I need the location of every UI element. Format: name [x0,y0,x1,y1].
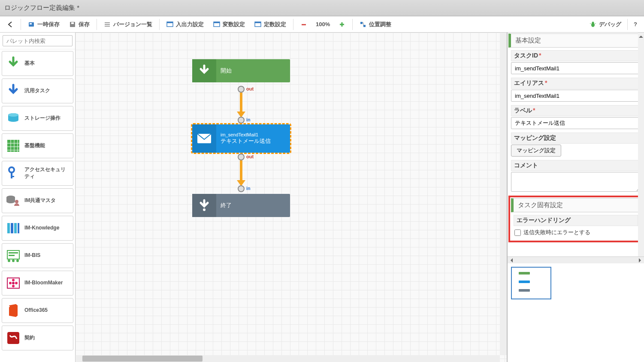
svg-point-47 [12,282,15,284]
debug-button[interactable]: デバッグ [585,18,626,31]
palette-item-platform[interactable]: 基盤機能 [2,133,73,158]
var-settings-button[interactable]: 変数設定 [209,18,249,31]
field-label: ラベル* [508,103,644,131]
flow-node-start[interactable]: 開始 [192,59,290,82]
align-button[interactable]: 位置調整 [355,18,396,31]
temp-save-label: 一時保存 [37,21,60,28]
office-icon [6,303,21,318]
port-out[interactable] [238,86,245,93]
port-in[interactable] [238,185,245,192]
palette-item-label: Office365 [24,307,48,314]
svg-rect-38 [14,223,17,233]
palette-item-im-bloommaker[interactable]: IM-BloomMaker [2,271,73,296]
minimap-viewport[interactable] [511,267,551,299]
svg-point-54 [203,208,206,211]
flow-node-mail[interactable]: im_sendTextMail1 テキストメール送信 [192,124,290,153]
panel-scroll[interactable]: 基本設定 タスクID* エイリアス* ラベル* マッピング設定 マッピング設定 … [508,33,644,256]
start-icon [192,59,216,82]
temp-save-button[interactable]: 一時保存 [24,18,64,31]
task-id-label: タスクID* [511,50,641,61]
port-out[interactable] [238,154,245,160]
palette-item-basic[interactable]: 基本 [2,51,73,76]
palette-item-im-knowledge[interactable]: IM-Knowledge [2,216,73,241]
mapping-settings-button[interactable]: マッピング設定 [511,145,561,157]
palette-item-generic-task[interactable]: 汎用タスク [2,78,73,103]
section-title: タスク固有設定 [518,201,563,208]
window-icon [254,21,261,28]
svg-rect-37 [11,223,13,233]
palette-item-storage[interactable]: ストレージ操作 [2,106,73,131]
svg-rect-15 [342,22,343,27]
plus-icon [339,21,345,28]
palette-item-label: 汎用タスク [24,87,50,94]
minimap-node [519,272,530,275]
minimap-node [519,281,530,283]
canvas-wrap: 開始 out in im_sendTextMail1 テキストメール送信 out [76,33,507,362]
svg-rect-1 [30,23,32,24]
comment-textarea[interactable] [511,172,641,192]
form-icon [6,248,21,263]
palette-item-security[interactable]: アクセスセキュリティ [2,161,73,186]
alias-input[interactable] [511,90,641,102]
list-icon [104,21,111,28]
toolbar: 一時保存 保存 バージョン一覧 入出力設定 変数設定 定数設定 100% 位置調… [0,16,644,33]
canvas-scrollbar-v[interactable] [500,33,507,355]
pdf-icon [6,330,21,346]
port-in[interactable] [238,117,245,124]
svg-point-19 [592,21,594,24]
svg-line-21 [595,23,596,24]
port-label: out [246,86,254,91]
label-input[interactable] [511,117,641,129]
svg-point-49 [12,285,15,287]
svg-point-45 [16,259,19,262]
help-button[interactable]: ? [629,18,641,31]
section-basic-settings[interactable]: 基本設定 [508,33,643,48]
zoom-in-button[interactable] [334,18,350,31]
section-task-specific[interactable]: タスク固有設定 [511,198,641,212]
error-on-fail-checkbox[interactable] [514,229,521,236]
window-title: ロジックフロー定義編集 * [4,4,79,12]
palette-search-wrap [0,33,75,49]
palette-item-office365[interactable]: Office365 [2,298,73,323]
database-icon [6,111,21,126]
debug-label: デバッグ [599,21,621,28]
palette-item-label: IM-BloomMaker [24,280,63,287]
panel-scrollbar-h[interactable] [508,256,644,263]
save-button[interactable]: 保存 [65,18,94,31]
error-checkbox-row: 送信失敗時にエラーとする [510,227,641,238]
palette-list[interactable]: 基本 汎用タスク ストレージ操作 基盤機能 アクセスセキュリティ IM共通マスタ [0,49,75,362]
palette-item-label: 基盤機能 [24,142,45,149]
svg-rect-39 [18,223,19,233]
zoom-out-button[interactable] [296,18,311,31]
canvas-scrollbar-h[interactable] [76,355,500,362]
minimap[interactable] [508,263,644,362]
const-settings-button[interactable]: 定数設定 [250,18,290,31]
minimap-node [519,289,530,292]
svg-point-44 [12,259,15,262]
svg-point-50 [9,282,12,284]
label-label: ラベル* [511,105,641,116]
palette-item-contract[interactable]: 契約 [2,326,73,350]
var-settings-label: 変数設定 [223,21,245,28]
palette: 基本 汎用タスク ストレージ操作 基盤機能 アクセスセキュリティ IM共通マスタ [0,33,76,362]
window-icon [166,21,173,28]
svg-rect-8 [167,22,173,23]
io-settings-button[interactable]: 入出力設定 [162,18,208,31]
palette-search-input[interactable] [3,35,73,46]
comment-label: コメント [511,160,641,171]
flow-node-end[interactable]: 終了 [192,194,290,217]
error-handling-label: エラーハンドリング [514,215,638,226]
palette-item-im-bis[interactable]: IM-BIS [2,243,73,268]
flower-icon [6,275,21,291]
separator [21,19,21,30]
version-list-button[interactable]: バージョン一覧 [100,18,157,31]
io-settings-label: 入出力設定 [176,21,204,28]
back-button[interactable] [3,18,18,31]
flow-arrow [240,93,242,112]
svg-rect-13 [302,24,306,25]
flow-canvas[interactable]: 開始 out in im_sendTextMail1 テキストメール送信 out [76,33,507,362]
palette-item-im-master[interactable]: IM共通マスタ [2,188,73,213]
panel-scrollbar-v[interactable] [638,33,644,256]
task-id-input[interactable] [511,62,641,74]
svg-rect-36 [7,223,10,233]
